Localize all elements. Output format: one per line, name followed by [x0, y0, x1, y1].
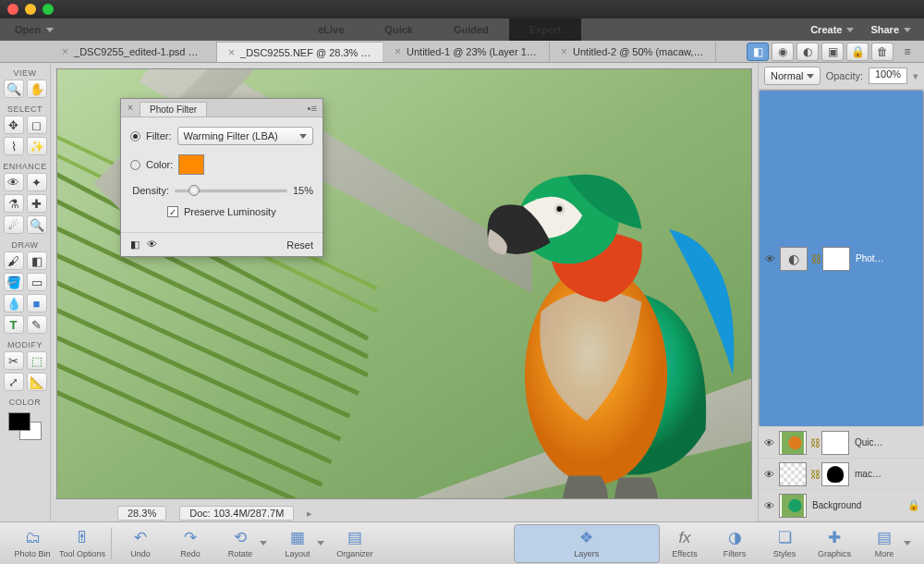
gradient-tool[interactable]: ▭ — [27, 273, 47, 291]
rotate-icon: ⟲ — [230, 529, 250, 547]
layer-row[interactable]: 👁 ⛓ Quic… — [759, 427, 924, 459]
mode-guided[interactable]: Guided — [433, 18, 509, 41]
reset-button[interactable]: Reset — [286, 239, 313, 251]
filter-radio[interactable] — [130, 131, 140, 141]
tool-options-button[interactable]: 🎚Tool Options — [57, 524, 107, 563]
color-swatch[interactable] — [8, 412, 42, 440]
crop-tool[interactable]: ✂ — [4, 351, 24, 370]
lock-button[interactable]: 🔒 — [846, 43, 869, 61]
fill-tool[interactable]: 🪣 — [4, 273, 24, 291]
undo-button[interactable]: ↶Undo — [116, 524, 165, 563]
styles-tab-button[interactable]: ❏Styles — [760, 524, 809, 563]
filter-select[interactable]: Warming Filter (LBA) — [177, 127, 314, 145]
visibility-icon[interactable]: 👁 — [762, 469, 775, 480]
layer-row[interactable]: 👁 ⛓ mac… — [759, 459, 924, 490]
document-tab[interactable]: ×Untitled-2 @ 50% (macaw, Layer Mas… — [550, 42, 716, 62]
organizer-button[interactable]: ▤Organizer — [330, 524, 380, 563]
graphics-icon: ✚ — [824, 529, 845, 547]
photo-bin-button[interactable]: 🗂Photo Bin — [7, 524, 57, 563]
minimize-window-button[interactable] — [25, 4, 36, 15]
mode-expert[interactable]: Expert — [509, 18, 581, 41]
tool-group-label: VIEW — [13, 68, 36, 78]
document-tab[interactable]: ×_DSC9255.NEF @ 28.3% (Photo Filter 1, R… — [217, 42, 383, 62]
layer-name[interactable]: mac… — [853, 469, 920, 479]
zoom-level[interactable]: 28.3% — [117, 506, 166, 521]
close-tab-icon[interactable]: × — [561, 45, 567, 58]
open-menu[interactable]: Open — [0, 24, 68, 35]
layout-button[interactable]: ▦Layout — [273, 524, 322, 563]
layers-tab-button[interactable]: ❖Layers — [514, 524, 661, 563]
redo-button[interactable]: ↷Redo — [165, 524, 215, 563]
close-dialog-button[interactable]: × — [126, 104, 135, 113]
straighten-tool[interactable]: 📐 — [27, 373, 47, 391]
filters-tab-button[interactable]: ◑Filters — [710, 524, 760, 563]
dialog-title-tab[interactable]: Photo Filter — [140, 102, 207, 116]
document-tab[interactable]: ×Untitled-1 @ 23% (Layer 1, RGB/… — [383, 42, 550, 62]
close-window-button[interactable] — [7, 4, 18, 15]
layer-mask[interactable] — [822, 247, 850, 271]
recompose-tool[interactable]: ⬚ — [27, 351, 47, 370]
healing-tool[interactable]: ✚ — [27, 194, 47, 213]
zoom-tool[interactable]: 🔍 — [4, 80, 24, 98]
text-tool[interactable]: T — [4, 315, 24, 334]
color-radio[interactable] — [130, 160, 140, 170]
density-slider[interactable] — [175, 184, 287, 197]
brush-tool[interactable]: 🖌 — [4, 251, 24, 270]
eraser-tool[interactable]: ◧ — [27, 251, 47, 270]
hand-tool[interactable]: ✋ — [27, 80, 47, 98]
color-swatch[interactable] — [178, 154, 204, 175]
panel-menu-icon[interactable]: ≡ — [896, 43, 918, 61]
smudge-tool[interactable]: ☄ — [4, 215, 24, 234]
content-move-tool[interactable]: ⤢ — [4, 373, 24, 391]
shape-tool[interactable]: ■ — [27, 294, 47, 313]
effects-tab-button[interactable]: fxEffects — [660, 524, 710, 563]
visibility-icon[interactable]: 👁 — [762, 500, 775, 511]
layer-row[interactable]: 👁 ◐ ⛓ Phot… — [759, 90, 924, 427]
layer-row[interactable]: 👁 Background 🔒 — [759, 490, 924, 521]
mode-quick[interactable]: Quick — [364, 18, 433, 41]
share-menu[interactable]: Share — [870, 24, 911, 35]
document-tab[interactable]: ×_DSC9255_edited-1.psd @ 23% (Layer… — [51, 42, 217, 62]
layer-group-button[interactable]: ◉ — [772, 43, 794, 61]
pencil-tool[interactable]: ✎ — [27, 315, 47, 334]
layer-name[interactable]: Phot… — [854, 253, 919, 264]
eyedropper-tool[interactable]: 💧 — [4, 294, 24, 313]
lasso-tool[interactable]: ⌇ — [4, 137, 24, 155]
toggle-clip-icon[interactable]: ◧ — [130, 239, 140, 251]
create-menu[interactable]: Create — [810, 24, 854, 35]
adjustment-layer-button[interactable]: ◐ — [796, 43, 819, 61]
blend-mode-select[interactable]: Normal — [764, 67, 821, 85]
move-tool[interactable]: ✥ — [4, 116, 24, 134]
new-layer-button[interactable]: ◧ — [747, 43, 769, 61]
mode-elive[interactable]: eLive — [298, 18, 364, 41]
layer-name[interactable]: Background — [810, 500, 904, 510]
redeye-tool[interactable]: 👁 — [4, 173, 24, 191]
clone-tool[interactable]: ⚗ — [4, 194, 24, 213]
marquee-tool[interactable]: ◻ — [27, 116, 47, 134]
toggle-visibility-icon[interactable]: 👁 — [147, 239, 157, 251]
dialog-menu-icon[interactable]: ▪≡ — [302, 103, 322, 114]
preserve-luminosity-checkbox[interactable] — [167, 206, 178, 217]
svg-point-19 — [788, 498, 801, 511]
visibility-icon[interactable]: 👁 — [762, 437, 775, 448]
visibility-icon[interactable]: 👁 — [763, 253, 776, 264]
more-tab-button[interactable]: ▤More — [859, 524, 909, 563]
layer-name[interactable]: Quic… — [853, 437, 920, 448]
layer-mask[interactable] — [821, 431, 849, 455]
doc-size[interactable]: Doc: 103.4M/287.7M — [179, 506, 294, 521]
close-tab-icon[interactable]: × — [395, 45, 401, 58]
detail-tool[interactable]: 🔍 — [27, 215, 47, 234]
close-tab-icon[interactable]: × — [228, 46, 235, 59]
tool-group-label: DRAW — [11, 240, 38, 250]
delete-layer-button[interactable]: 🗑 — [871, 43, 894, 61]
mask-button[interactable]: ▣ — [821, 43, 844, 61]
whiten-tool[interactable]: ✦ — [27, 173, 47, 191]
rotate-button[interactable]: ⟲Rotate — [215, 524, 265, 563]
graphics-tab-button[interactable]: ✚Graphics — [809, 524, 859, 563]
close-tab-icon[interactable]: × — [62, 45, 68, 58]
photo-filter-dialog[interactable]: × Photo Filter ▪≡ Filter: Warming Filter… — [120, 98, 323, 257]
magic-wand-tool[interactable]: ✨ — [27, 137, 47, 155]
opacity-input[interactable]: 100% — [869, 67, 907, 84]
layer-mask[interactable] — [821, 462, 849, 486]
maximize-window-button[interactable] — [43, 4, 54, 15]
